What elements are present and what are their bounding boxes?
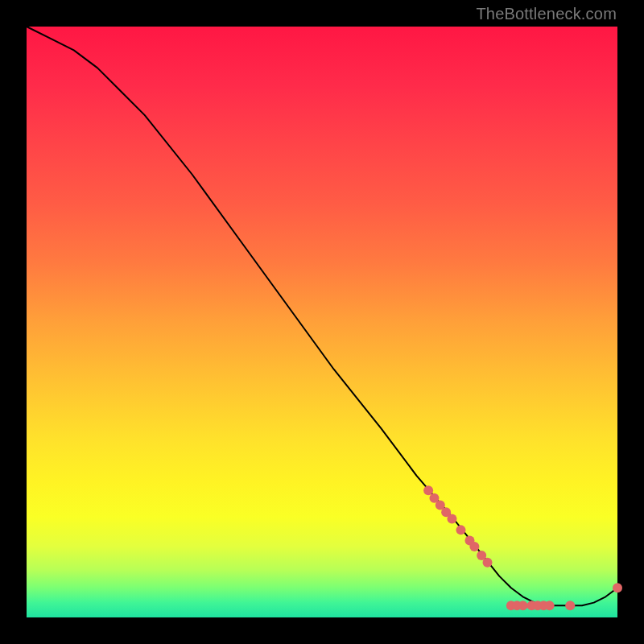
data-point — [469, 542, 479, 551]
data-point — [447, 514, 456, 523]
bottleneck-curve — [27, 27, 617, 605]
plot-area — [27, 27, 617, 617]
data-points — [423, 485, 622, 610]
chart-container: TheBottleneck.com — [0, 0, 644, 644]
curve-layer — [27, 27, 617, 617]
data-point — [518, 601, 528, 610]
data-point — [613, 583, 622, 592]
data-point — [456, 525, 465, 535]
data-point — [483, 558, 493, 568]
watermark-text: TheBottleneck.com — [476, 5, 617, 23]
data-point — [565, 601, 575, 610]
data-point — [545, 601, 555, 610]
data-point — [423, 485, 433, 495]
